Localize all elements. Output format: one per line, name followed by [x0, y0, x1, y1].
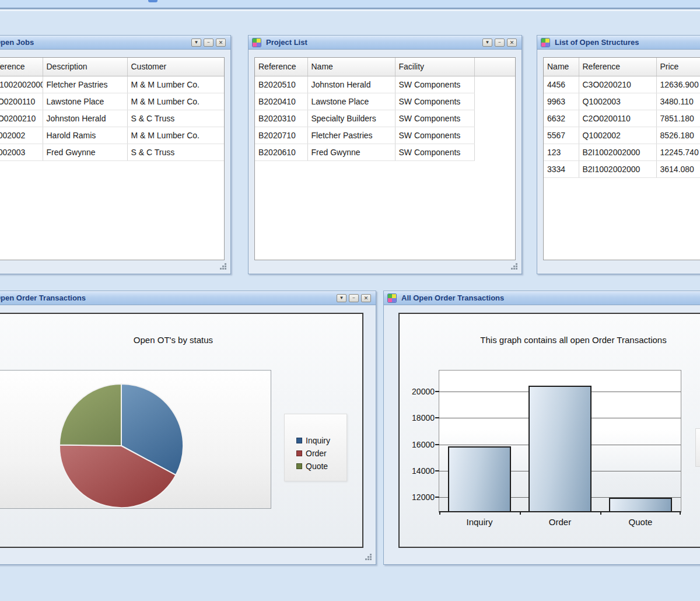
pie-chart	[0, 371, 272, 509]
column-header[interactable]: Facility	[395, 58, 474, 76]
column-header[interactable]: Reference	[0, 58, 43, 76]
cell: B2020310	[255, 110, 307, 127]
column-header[interactable]: Name	[307, 58, 395, 76]
panel-title: Open Jobs	[0, 38, 34, 47]
cell: SW Components	[395, 76, 474, 93]
table-row[interactable]: 9963Q10020033480.110	[544, 93, 700, 110]
cell: M & M Lumber Co.	[127, 76, 224, 93]
cell: Q1002002	[579, 127, 656, 144]
open-structures-tablebox: NameReferencePrice 4456C3O020021012636.9…	[543, 57, 700, 260]
y-axis-tick	[435, 444, 439, 445]
y-axis-label: 18000	[402, 413, 435, 422]
table-row[interactable]: B2020610Fred GwynneSW Components	[255, 144, 515, 160]
cell: S & C Truss	[127, 144, 224, 160]
dashboard-desktop: Open Jobs ▼−✕ ReferenceDescriptionCustom…	[0, 0, 700, 601]
cell: C2O0200110	[579, 110, 656, 127]
panel-all-open-order-transactions-titlebar[interactable]: All Open Order Transactions	[384, 291, 700, 305]
cell: 5567	[544, 127, 579, 144]
pie-slice-quote	[60, 384, 121, 446]
table-row[interactable]: 6632C2O02001107851.180	[544, 110, 700, 127]
table-row[interactable]: C2O0200110Lawstone PlaceM & M Lumber Co.	[0, 93, 224, 110]
cell: Q1002002	[0, 127, 43, 144]
x-axis-label: Order	[520, 517, 600, 527]
legend-swatch-order	[296, 450, 302, 456]
column-header[interactable]: Reference	[255, 58, 307, 76]
table-row[interactable]: B2020410Lawstone PlaceSW Components	[255, 93, 515, 110]
cell: M & M Lumber Co.	[127, 127, 224, 144]
panel-open-structures: List of Open Structures NameReferencePri…	[537, 35, 700, 274]
table-row[interactable]: B2I1002002000Fletcher PastriesM & M Lumb…	[0, 76, 224, 93]
window-controls: ▼−✕	[337, 294, 371, 302]
column-header[interactable]: Reference	[579, 58, 656, 76]
x-axis-tick	[520, 511, 521, 515]
dropdown-button[interactable]: ▼	[482, 39, 492, 47]
cell: B2I1002002000	[579, 160, 656, 177]
cell: 7851.180	[656, 110, 700, 127]
table-row[interactable]: Q1002003Fred GwynneS & C Truss	[0, 144, 224, 160]
window-controls: ▼−✕	[191, 39, 226, 47]
panel-title: Project List	[266, 38, 307, 47]
table-row[interactable]: 3334B2I10020020003614.080	[544, 160, 700, 177]
pie-chart-title: Open OT's by status	[0, 335, 362, 345]
window-icon	[387, 293, 397, 303]
header-row: NameReferencePrice	[544, 58, 700, 76]
bar-legend	[695, 428, 700, 467]
close-button[interactable]: ✕	[216, 39, 226, 47]
header-row: ReferenceDescriptionCustomer	[0, 58, 224, 76]
cell: Q1002003	[0, 144, 43, 160]
cell: Lawstone Place	[307, 93, 395, 110]
y-axis-tick	[435, 391, 439, 392]
column-header[interactable]: Name	[544, 58, 579, 76]
table-row[interactable]: B2020310Specialty BuildersSW Components	[255, 110, 515, 127]
minimize-button[interactable]: −	[495, 39, 505, 47]
panel-content: ReferenceDescriptionCustomer B2I10020020…	[0, 50, 230, 274]
project-list-tablebox: ReferenceNameFacility B2020510Johnston H…	[254, 57, 516, 260]
panel-content: NameReferencePrice 4456C3O020021012636.9…	[537, 50, 700, 274]
bar-plot-area: 1200014000160001800020000InquiryOrderQuo…	[439, 370, 681, 512]
panel-open-structures-titlebar[interactable]: List of Open Structures	[537, 36, 700, 50]
minimize-button[interactable]: −	[349, 294, 359, 302]
resize-grip[interactable]	[219, 263, 227, 270]
y-axis-tick	[435, 497, 439, 498]
bar-chart-title: This graph contains all open Order Trans…	[400, 335, 700, 345]
minimize-button[interactable]: −	[204, 39, 214, 47]
column-header[interactable]: Description	[43, 58, 127, 76]
pie-plot-area	[0, 370, 271, 509]
open-jobs-table[interactable]: ReferenceDescriptionCustomer B2I10020020…	[0, 58, 224, 161]
resize-grip[interactable]	[365, 553, 372, 561]
y-axis-label: 20000	[402, 387, 435, 396]
cell: SW Components	[395, 93, 474, 110]
table-row[interactable]: C3O0200210Johnston HeraldS & C Truss	[0, 110, 224, 127]
table-row[interactable]: B2020710Fletcher PastriesSW Components	[255, 127, 515, 144]
close-button[interactable]: ✕	[507, 39, 517, 47]
column-header[interactable]: Price	[656, 58, 700, 76]
table-row[interactable]: Q1002002Harold RamisM & M Lumber Co.	[0, 127, 224, 144]
cell: 123	[544, 144, 579, 160]
project-list-table[interactable]: ReferenceNameFacility B2020510Johnston H…	[255, 58, 515, 161]
y-axis-label: 12000	[402, 492, 435, 502]
table-row[interactable]: 123B2I100200200012245.740	[544, 144, 700, 160]
cell: Fred Gwynne	[307, 144, 395, 160]
resize-grip[interactable]	[510, 263, 518, 270]
panel-all-open-order-transactions: All Open Order Transactions This graph c…	[383, 291, 700, 565]
table-row[interactable]: 5567Q10020028526.180	[544, 127, 700, 144]
panel-content: This graph contains all open Order Trans…	[384, 306, 700, 564]
table-row[interactable]: 4456C3O020021012636.900	[544, 76, 700, 93]
column-header[interactable]: Customer	[127, 58, 224, 76]
cell: Harold Ramis	[43, 127, 127, 144]
cell: 3334	[544, 160, 579, 177]
dropdown-button[interactable]: ▼	[337, 294, 346, 302]
open-structures-table[interactable]: NameReferencePrice 4456C3O020021012636.9…	[544, 58, 700, 178]
panel-open-order-transactions-titlebar[interactable]: Open Order Transactions ▼−✕	[0, 291, 376, 305]
panel-open-jobs-titlebar[interactable]: Open Jobs ▼−✕	[0, 36, 230, 50]
table-row[interactable]: B2020510Johnston HeraldSW Components	[255, 76, 515, 93]
close-button[interactable]: ✕	[361, 294, 371, 302]
dropdown-button[interactable]: ▼	[191, 39, 201, 47]
cell: B2I1002002000	[0, 76, 43, 93]
cell-filler	[474, 93, 515, 110]
cell: C2O0200110	[0, 93, 43, 110]
open-jobs-tablebox: ReferenceDescriptionCustomer B2I10020020…	[0, 57, 225, 260]
toolbar-divider-highlight	[0, 9, 700, 11]
cell: 3480.110	[656, 93, 700, 110]
panel-project-list-titlebar[interactable]: Project List ▼−✕	[249, 36, 522, 50]
